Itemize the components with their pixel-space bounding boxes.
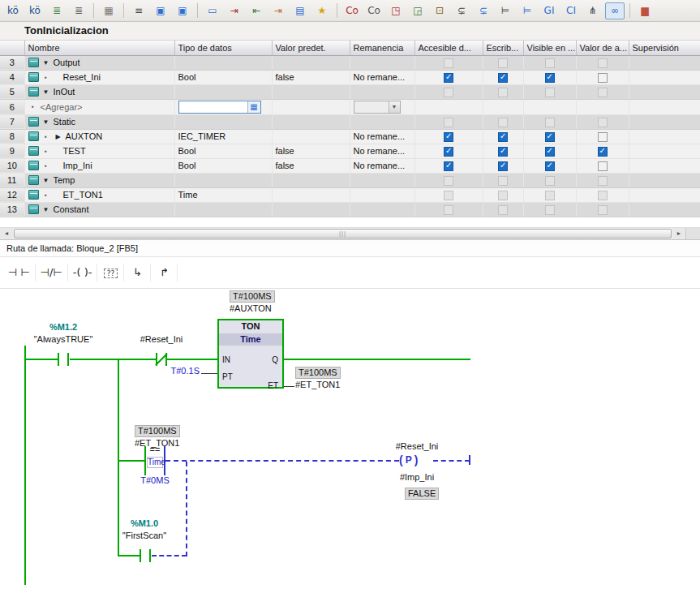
row-number[interactable]: 10 (0, 158, 24, 173)
checkbox-cell[interactable] (414, 70, 483, 84)
name-cell[interactable]: ▼Static (24, 114, 174, 129)
generate-eno-icon[interactable]: Co (342, 2, 362, 19)
checkbox-escribible[interactable] (498, 73, 508, 83)
variable-name[interactable]: Constant (54, 204, 89, 214)
open-branch-icon[interactable]: ↳ (125, 261, 149, 284)
retain-cell[interactable]: No remane... (350, 129, 414, 144)
compare-type[interactable]: Time (147, 457, 163, 468)
retain-cell[interactable] (350, 173, 414, 187)
ton-timer-block[interactable]: TON Time IN PT Q ET (217, 319, 284, 389)
checkbox-visible[interactable] (545, 73, 555, 83)
apply-snapshot-icon[interactable]: ⇥ (268, 2, 288, 19)
scroll-left-button[interactable]: ◄ (0, 228, 13, 239)
column-header[interactable]: Tipo de datos (174, 41, 272, 55)
column-header[interactable]: Valor de a... (576, 41, 629, 55)
default-value-cell[interactable] (272, 202, 350, 217)
interface-row[interactable]: 12▪ET_TON1Time (0, 187, 700, 202)
interface-row[interactable]: 5▼InOut (0, 84, 700, 99)
datatype-cell[interactable]: Bool (174, 144, 272, 158)
interface-row[interactable]: 9▪TESTBoolfalseNo remane... (0, 144, 700, 158)
default-value-cell[interactable] (272, 129, 350, 144)
column-header[interactable]: Visible en ... (523, 41, 576, 55)
expand-members-icon[interactable]: ≡ (129, 2, 148, 19)
variable-name[interactable]: TEST (63, 146, 86, 156)
collapse-triangle-icon[interactable]: ▼ (41, 177, 51, 184)
checkbox-cell[interactable] (483, 129, 523, 144)
name-cell[interactable]: ▼Temp (24, 173, 174, 187)
snapshot-values-icon[interactable]: kö (25, 2, 45, 19)
checkbox-cell[interactable] (483, 70, 523, 84)
name-cell[interactable]: ▪▶AUXTON (24, 129, 174, 144)
checkbox-visible[interactable] (545, 147, 555, 157)
monitoring-icon[interactable]: ∞ (605, 2, 625, 19)
row-number[interactable]: 13 (0, 202, 24, 217)
datatype-cell[interactable] (174, 173, 272, 187)
name-cell[interactable]: ▪<Agregar> (24, 99, 174, 114)
name-cell[interactable]: ▪TEST (24, 144, 174, 158)
variable-name[interactable]: InOut (54, 87, 75, 97)
datatype-cell[interactable]: ▦ (174, 99, 272, 114)
absolute-operands-icon[interactable]: ▤ (290, 2, 310, 19)
variable-name[interactable]: <Agregar> (41, 102, 83, 112)
retain-cell[interactable]: No remane... (350, 70, 414, 84)
checkbox-escribible[interactable] (498, 161, 508, 171)
interface-row[interactable]: 11▼Temp (0, 173, 700, 187)
checkbox-cell[interactable] (576, 144, 629, 158)
variable-name[interactable]: Static (54, 117, 76, 127)
datatype-cell[interactable]: Time (174, 187, 272, 202)
row-number[interactable]: 5 (0, 84, 24, 99)
datatype-cell[interactable] (174, 55, 272, 70)
checkbox-cell[interactable] (483, 158, 523, 173)
default-value-cell[interactable] (272, 187, 350, 202)
split-editor-icon[interactable]: ⋔ (583, 2, 603, 19)
variable-name[interactable]: Reset_Ini (63, 72, 101, 82)
default-value-cell[interactable] (272, 55, 350, 70)
checkbox-escribible[interactable] (498, 132, 508, 142)
p-coil[interactable]: (P) (399, 454, 418, 466)
name-cell[interactable]: ▪Reset_Ini (24, 70, 174, 84)
interface-row[interactable]: 6▪<Agregar>▦▼ (0, 99, 700, 114)
network-comments-icon[interactable]: ▭ (203, 2, 222, 19)
collapse-triangle-icon[interactable]: ▼ (41, 118, 51, 126)
default-value-cell[interactable] (272, 173, 350, 187)
collapse-triangle-icon[interactable]: ▼ (41, 206, 51, 213)
contact-operand[interactable]: %M1.0 (118, 518, 170, 528)
variable-name[interactable]: Output (54, 58, 80, 67)
minimize-interface-icon[interactable]: ▣ (173, 2, 192, 19)
coil-operand[interactable]: #Reset_Ini (388, 441, 446, 451)
expand-arrow-icon[interactable]: ▶ (54, 133, 63, 140)
data-block-icon[interactable]: ▆ (635, 2, 655, 19)
datatype-input[interactable] (179, 101, 247, 113)
datatype-picker-button[interactable]: ▦ (247, 101, 260, 113)
contact-operand[interactable]: %M1.2 (39, 322, 88, 332)
interface-row[interactable]: 13▼Constant (0, 202, 700, 217)
datatype-cell[interactable] (174, 114, 272, 129)
row-number[interactable]: 8 (0, 129, 24, 144)
checkbox-cell[interactable] (523, 129, 576, 144)
interface-row[interactable]: 10▪Imp_IniBoolfalseNo remane... (0, 158, 700, 173)
default-value-cell[interactable] (272, 84, 350, 99)
checkbox-cell[interactable] (576, 158, 629, 173)
checkbox-visible[interactable] (545, 132, 555, 142)
add-row-icon[interactable]: ≣ (69, 2, 88, 19)
favorites-icon[interactable]: ★ (312, 2, 332, 19)
insert-coil-icon[interactable]: -( )- (69, 261, 97, 284)
column-header[interactable]: Supervisión (629, 41, 700, 55)
checkbox-cell[interactable] (523, 70, 576, 84)
datatype-cell[interactable]: Bool (174, 70, 272, 84)
reset-start-values-icon[interactable]: ▦ (99, 2, 118, 19)
checkbox-accesible[interactable] (444, 73, 453, 83)
variable-name[interactable]: Temp (54, 175, 75, 185)
keep-actual-values-icon[interactable]: kö (3, 2, 23, 19)
checkbox-accesible[interactable] (444, 147, 453, 157)
collapse-triangle-icon[interactable]: ▼ (41, 88, 51, 96)
checkbox-accesible[interactable] (444, 161, 453, 171)
compare-literal[interactable]: T#0MS (136, 475, 174, 485)
name-cell[interactable]: ▼Output (24, 55, 174, 70)
row-number[interactable]: 7 (0, 114, 24, 129)
assignment-icon[interactable]: ⊨ (496, 2, 515, 19)
insert-box-icon[interactable]: ⊡ (430, 2, 449, 19)
go-to-previous-icon[interactable]: GI (539, 2, 559, 19)
checkbox-visible[interactable] (545, 161, 555, 171)
retain-cell[interactable] (350, 202, 414, 217)
